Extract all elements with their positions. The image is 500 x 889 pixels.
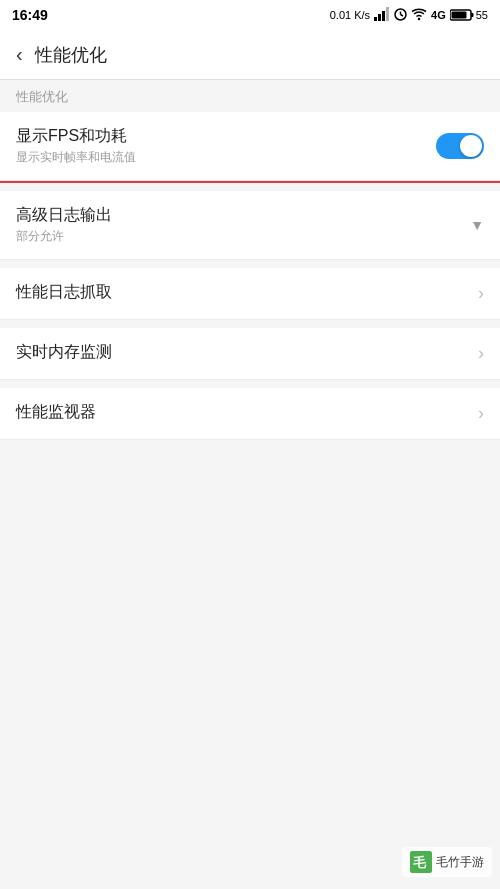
group-spacer-3 <box>0 320 500 328</box>
fps-subtitle: 显示实时帧率和电流值 <box>16 149 436 166</box>
svg-rect-0 <box>374 17 377 21</box>
svg-line-6 <box>401 14 404 16</box>
list-item-memory-monitor[interactable]: 实时内存监测 › <box>0 328 500 380</box>
svg-rect-9 <box>451 12 466 19</box>
svg-rect-2 <box>382 11 385 21</box>
memory-monitor-title: 实时内存监测 <box>16 342 478 363</box>
list-item-log-capture-content: 性能日志抓取 <box>16 282 478 305</box>
dropdown-arrow-icon: ▼ <box>470 217 484 233</box>
toggle-knob <box>460 135 482 157</box>
fps-toggle[interactable] <box>436 133 484 159</box>
signal-icons <box>374 7 390 23</box>
watermark: 毛 毛竹手游 <box>402 847 492 877</box>
svg-rect-8 <box>471 13 474 17</box>
list-item-perf-monitor[interactable]: 性能监视器 › <box>0 388 500 440</box>
fps-title: 显示FPS和功耗 <box>16 126 436 147</box>
status-time: 16:49 <box>12 7 48 23</box>
perf-monitor-title: 性能监视器 <box>16 402 478 423</box>
group-spacer-1 <box>0 183 500 191</box>
watermark-icon: 毛 <box>410 851 432 873</box>
list-item-log-output[interactable]: 高级日志输出 部分允许 ▼ <box>0 191 500 260</box>
log-output-title: 高级日志输出 <box>16 205 470 226</box>
watermark-text: 毛竹手游 <box>436 854 484 871</box>
speed-indicator: 0.01 K/s <box>330 9 370 21</box>
svg-rect-1 <box>378 14 381 21</box>
chevron-icon-perf: › <box>478 403 484 424</box>
clock-icon <box>394 8 407 23</box>
back-button[interactable]: ‹ <box>16 43 23 66</box>
page-title: 性能优化 <box>35 43 107 67</box>
list-item-fps-content: 显示FPS和功耗 显示实时帧率和电流值 <box>16 126 436 166</box>
lte-icon: 4G <box>431 9 446 21</box>
section-label-perf: 性能优化 <box>0 80 500 112</box>
status-bar: 16:49 0.01 K/s <box>0 0 500 30</box>
status-icons: 0.01 K/s 4G <box>330 7 488 23</box>
settings-list: 性能优化 显示FPS和功耗 显示实时帧率和电流值 高级日志输出 部分允许 ▼ 性… <box>0 80 500 440</box>
svg-rect-3 <box>386 7 389 21</box>
log-capture-title: 性能日志抓取 <box>16 282 478 303</box>
page-header: ‹ 性能优化 <box>0 30 500 80</box>
log-output-subtitle: 部分允许 <box>16 228 470 245</box>
group-spacer-4 <box>0 380 500 388</box>
wifi-icon <box>411 8 427 23</box>
list-item-log-output-content: 高级日志输出 部分允许 <box>16 205 470 245</box>
chevron-icon-log-capture: › <box>478 283 484 304</box>
list-item-log-capture[interactable]: 性能日志抓取 › <box>0 268 500 320</box>
list-item-memory-monitor-content: 实时内存监测 <box>16 342 478 365</box>
chevron-icon-memory: › <box>478 343 484 364</box>
list-item-perf-monitor-content: 性能监视器 <box>16 402 478 425</box>
battery-container: 55 <box>450 9 488 21</box>
list-item-fps[interactable]: 显示FPS和功耗 显示实时帧率和电流值 <box>0 112 500 181</box>
group-spacer-2 <box>0 260 500 268</box>
svg-text:毛: 毛 <box>413 855 427 870</box>
